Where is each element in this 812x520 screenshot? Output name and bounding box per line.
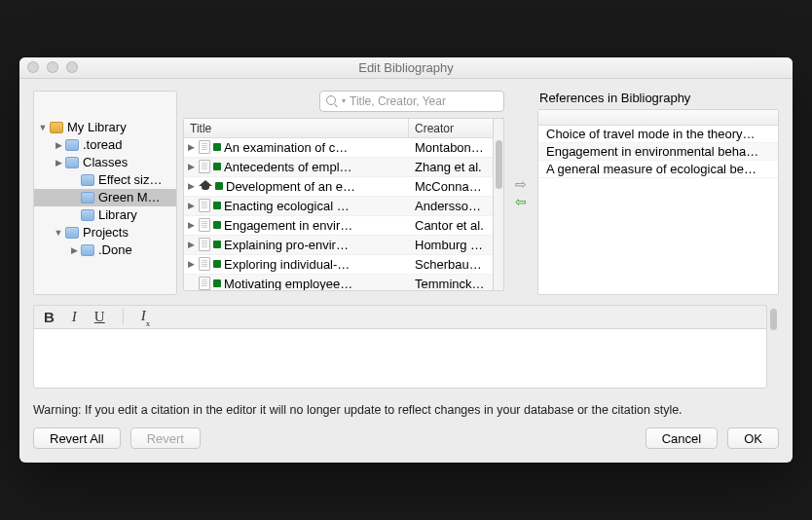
tag-dot-icon [213,202,221,209]
tree-label: .Done [98,242,132,257]
folder-icon [65,227,79,239]
search-row: ▾ [183,91,504,112]
reference-row[interactable]: Choice of travel mode in the theory… [538,126,778,143]
list-row[interactable]: ▶An examination of c…Montabon … [184,138,493,158]
tree-row[interactable]: ▶.Done [34,241,176,259]
middle-pane: ▾ Title Creator ▶An examination of c…Mon… [183,91,504,295]
list-row[interactable]: ▶Engagement in envir…Cantor et al. [184,216,493,236]
tree-row[interactable]: Effect siz… [34,171,176,189]
twisty-icon[interactable]: ▶ [186,220,196,230]
twisty-icon[interactable]: ▶ [69,245,79,255]
document-icon [199,238,210,251]
folder-icon [81,209,94,221]
item-creator: Cantor et al. [409,218,493,233]
references-pane: References in Bibliography Choice of tra… [537,91,779,295]
document-icon [199,140,210,154]
document-icon [199,277,210,290]
bold-button[interactable]: B [44,309,55,325]
item-scrollbar[interactable] [493,118,504,291]
tree-row[interactable]: Library [34,206,176,224]
editor-scrollbar[interactable] [767,305,779,389]
academic-cap-icon [199,180,212,192]
dialog-content: ▼My Library▶.toread▶ClassesEffect siz…Gr… [19,79,793,464]
item-list-header[interactable]: Title Creator [184,119,493,138]
column-creator[interactable]: Creator [409,119,493,137]
editor-textarea[interactable] [33,328,767,389]
tree-label: Green M… [98,190,161,204]
cancel-button[interactable]: Cancel [646,427,718,449]
folder-icon [65,139,79,151]
revert-all-button[interactable]: Revert All [33,427,121,449]
ok-button[interactable]: OK [727,427,779,449]
item-creator: Zhang et al. [409,160,493,174]
twisty-icon[interactable]: ▶ [186,201,196,210]
twisty-icon[interactable]: ▼ [38,123,48,132]
scroll-thumb[interactable] [496,140,502,189]
twisty-icon[interactable]: ▶ [186,259,196,269]
references-list: Choice of travel mode in the theory…Enga… [537,109,779,295]
close-icon[interactable] [27,61,39,73]
warning-text: Warning: If you edit a citation in the e… [33,402,779,419]
list-row[interactable]: ▶Enacting ecological …Andersson… [184,197,493,216]
zoom-icon[interactable] [66,61,78,73]
item-creator: Temminck… [409,277,493,290]
item-list: Title Creator ▶An examination of c…Monta… [183,118,494,291]
column-title[interactable]: Title [184,119,409,137]
editor-area: B I U Ix [33,305,779,389]
list-row[interactable]: ▶Antecedents of empl…Zhang et al. [184,158,493,177]
tree-row[interactable]: Green M… [34,189,176,206]
document-icon [199,257,210,271]
twisty-icon[interactable]: ▶ [54,158,63,167]
search-input[interactable] [350,94,498,108]
transfer-arrows: ⇨ ⇦ [510,91,532,295]
item-title: Engagement in envir… [224,218,352,233]
underline-button[interactable]: U [94,309,105,325]
item-creator: Andersson… [409,199,493,213]
minimize-icon[interactable] [47,61,58,73]
tag-dot-icon [215,182,223,190]
item-list-body[interactable]: ▶An examination of c…Montabon …▶Antecede… [184,138,493,290]
references-body[interactable]: Choice of travel mode in the theory…Enga… [538,126,778,294]
references-heading: References in Bibliography [537,91,779,105]
search-menu-caret[interactable]: ▾ [342,96,346,105]
folder-icon [81,244,94,256]
item-title: Development of an e… [226,179,355,194]
list-row[interactable]: ▶Explaining pro-envir…Homburg … [184,236,493,255]
list-row[interactable]: ▶Development of an e…McConnau… [184,177,493,197]
tree-label: Projects [83,225,129,240]
twisty-icon[interactable]: ▼ [54,228,63,238]
tree-row[interactable]: ▼My Library [34,119,176,136]
arrow-right-icon[interactable]: ⇨ [515,177,527,191]
tree-row[interactable]: ▼Projects [34,224,176,241]
document-icon [199,160,210,173]
list-row[interactable]: Motivating employee…Temminck… [184,275,493,290]
tree-label: Effect siz… [98,172,163,187]
traffic-lights [27,61,78,73]
twisty-icon[interactable]: ▶ [186,240,196,249]
twisty-icon[interactable]: ▶ [186,181,196,191]
tree-scroll[interactable]: ▼My Library▶.toread▶ClassesEffect siz…Gr… [34,92,176,294]
tree-row[interactable]: ▶Classes [34,154,176,171]
folder-icon [81,174,94,186]
item-title: Antecedents of empl… [224,160,352,174]
twisty-icon[interactable]: ▶ [54,140,63,150]
item-title: An examination of c… [224,140,348,155]
tree-label: My Library [67,120,127,134]
clear-format-button[interactable]: Ix [141,308,151,326]
tree-label: .toread [83,137,122,152]
reference-row[interactable]: Engagement in environmental beha… [538,143,778,161]
italic-button[interactable]: I [72,309,77,325]
scroll-thumb[interactable] [770,309,777,330]
titlebar[interactable]: Edit Bibliography [19,57,793,79]
list-row[interactable]: ▶Exploring individual-…Scherbau… [184,255,493,275]
twisty-icon[interactable]: ▶ [186,162,196,171]
search-input-wrap[interactable]: ▾ [319,91,504,112]
tree-row[interactable]: ▶.toread [34,136,176,154]
twisty-icon[interactable]: ▶ [186,142,196,152]
tag-dot-icon [213,260,221,268]
revert-button[interactable]: Revert [130,427,201,449]
item-title: Enacting ecological … [224,199,350,213]
top-panes: ▼My Library▶.toread▶ClassesEffect siz…Gr… [33,91,779,295]
reference-row[interactable]: A general measure of ecological be… [538,161,778,178]
arrow-left-icon[interactable]: ⇦ [515,195,527,208]
